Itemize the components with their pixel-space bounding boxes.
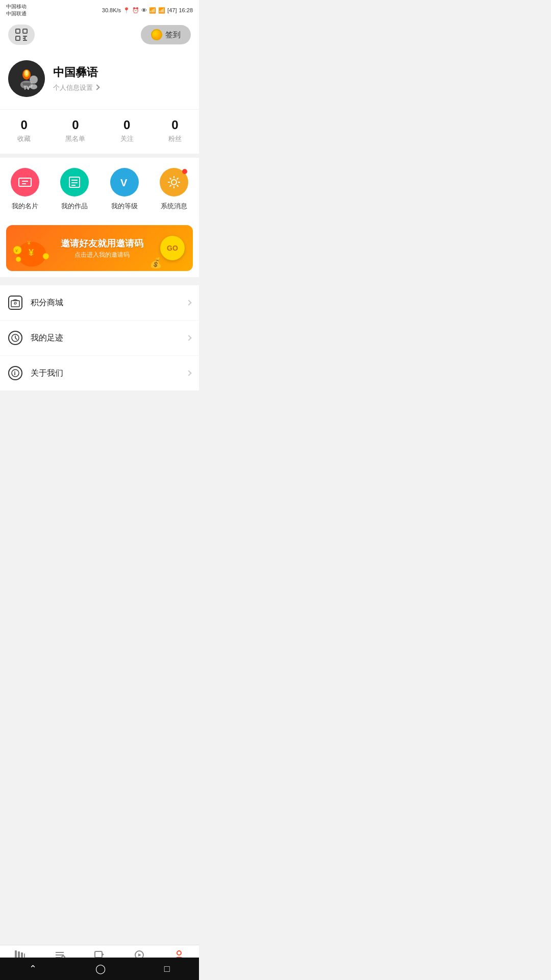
network-speed: 30.8K/s bbox=[102, 7, 121, 13]
back-button[interactable]: ⌃ bbox=[25, 959, 41, 978]
stat-item-关注[interactable]: 0 关注 bbox=[120, 118, 134, 143]
svg-text:¥: ¥ bbox=[29, 248, 34, 258]
shop-chevron-icon bbox=[186, 300, 191, 305]
shop-label: 积分商城 bbox=[31, 298, 187, 308]
svg-text:¥: ¥ bbox=[27, 240, 31, 246]
stat-number: 0 bbox=[123, 118, 130, 132]
works-icon bbox=[60, 168, 89, 197]
stats-section: 0 收藏 0 黑名单 0 关注 0 粉丝 bbox=[0, 109, 199, 154]
about-label: 关于我们 bbox=[31, 368, 187, 379]
home-button[interactable]: ◯ bbox=[91, 959, 110, 978]
footprint-menu-item[interactable]: 我的足迹 bbox=[0, 321, 199, 356]
stat-number: 0 bbox=[72, 118, 79, 132]
shop-menu-item[interactable]: 积分商城 bbox=[0, 285, 199, 321]
svg-point-41 bbox=[16, 257, 21, 262]
svg-text:¥: ¥ bbox=[15, 248, 18, 253]
carrier2: 中国联通 bbox=[6, 10, 27, 17]
recent-button[interactable]: □ bbox=[160, 960, 174, 978]
status-bar: 中国移动 中国联通 30.8K/s 📍 ⏰ 👁 📶 📶 [47] 16:28 bbox=[0, 0, 199, 19]
signal-icon: 📶 bbox=[158, 7, 165, 14]
top-bar: 签到 bbox=[0, 19, 199, 50]
android-nav: ⌃ ◯ □ bbox=[0, 958, 199, 980]
svg-point-12 bbox=[25, 70, 28, 76]
menu-item-namecard[interactable]: 我的名片 bbox=[11, 168, 39, 211]
wifi-icon: 📶 bbox=[149, 7, 156, 14]
profile-info: 中国彝语 个人信息设置 bbox=[53, 65, 191, 92]
footprint-chevron-icon bbox=[186, 335, 191, 340]
menu-item-system[interactable]: 系统消息 bbox=[160, 168, 188, 211]
system-icon bbox=[160, 168, 188, 197]
svg-marker-58 bbox=[138, 953, 141, 957]
svg-rect-50 bbox=[24, 953, 25, 958]
namecard-label: 我的名片 bbox=[12, 202, 38, 211]
go-button[interactable]: GO bbox=[160, 236, 185, 260]
settings-label: 个人信息设置 bbox=[53, 83, 93, 92]
svg-rect-0 bbox=[16, 29, 20, 33]
works-label: 我的作品 bbox=[61, 202, 88, 211]
status-right: 30.8K/s 📍 ⏰ 👁 📶 📶 [47] 16:28 bbox=[102, 7, 193, 14]
invite-banner[interactable]: ¥ ¥ ¥ 邀请好友就用邀请码 点击进入我的邀请码 GO 💰 bbox=[6, 225, 193, 271]
shop-icon bbox=[8, 296, 22, 310]
divider1 bbox=[0, 154, 199, 158]
svg-line-30 bbox=[177, 185, 179, 187]
profile-settings[interactable]: 个人信息设置 bbox=[53, 83, 191, 92]
eye-icon: 👁 bbox=[141, 7, 147, 13]
level-label: 我的等级 bbox=[111, 202, 138, 211]
svg-line-29 bbox=[170, 178, 171, 180]
menu-item-level[interactable]: V我的等级 bbox=[110, 168, 139, 211]
about-icon: i bbox=[8, 366, 22, 380]
svg-text:TV: TV bbox=[23, 85, 30, 91]
svg-point-13 bbox=[30, 76, 38, 84]
namecard-icon bbox=[11, 168, 39, 197]
chevron-right-icon bbox=[94, 84, 99, 90]
stat-number: 0 bbox=[171, 118, 178, 132]
menu-item-works[interactable]: 我的作品 bbox=[60, 168, 89, 211]
svg-point-40 bbox=[43, 253, 49, 259]
svg-rect-2 bbox=[16, 36, 20, 40]
svg-rect-55 bbox=[95, 951, 102, 958]
about-chevron-icon bbox=[186, 370, 191, 376]
stat-item-黑名单[interactable]: 0 黑名单 bbox=[65, 118, 85, 143]
svg-line-32 bbox=[177, 178, 179, 180]
checkin-label: 签到 bbox=[165, 30, 181, 40]
svg-point-43 bbox=[14, 302, 16, 304]
svg-rect-16 bbox=[19, 178, 31, 186]
battery-icon: [47] bbox=[167, 7, 177, 13]
banner-decoration-left: ¥ ¥ ¥ bbox=[6, 225, 57, 271]
about-menu-item[interactable]: i 关于我们 bbox=[0, 356, 199, 390]
stat-label: 关注 bbox=[120, 134, 134, 143]
svg-point-59 bbox=[177, 951, 181, 955]
banner-right: GO bbox=[160, 236, 185, 260]
system-badge bbox=[182, 169, 187, 174]
svg-rect-49 bbox=[21, 952, 23, 958]
banner-center: 邀请好友就用邀请码 点击进入我的邀请码 bbox=[52, 237, 152, 259]
profile-section: TV 中国彝语 个人信息设置 bbox=[0, 50, 199, 109]
stat-label: 黑名单 bbox=[65, 134, 85, 143]
footprint-label: 我的足迹 bbox=[31, 333, 187, 344]
svg-rect-1 bbox=[23, 29, 27, 33]
scan-button[interactable] bbox=[8, 24, 35, 45]
coins-decoration: 💰 bbox=[149, 257, 162, 269]
svg-line-31 bbox=[170, 185, 171, 187]
quick-menu: 我的名片我的作品V我的等级系统消息 bbox=[0, 158, 199, 219]
carrier1: 中国移动 bbox=[6, 3, 27, 10]
svg-marker-56 bbox=[102, 953, 104, 956]
svg-rect-42 bbox=[11, 301, 19, 307]
stat-item-粉丝[interactable]: 0 粉丝 bbox=[168, 118, 182, 143]
profile-name: 中国彝语 bbox=[53, 65, 191, 80]
banner-title: 邀请好友就用邀请码 bbox=[52, 237, 152, 250]
stat-label: 收藏 bbox=[17, 134, 31, 143]
banner-subtitle: 点击进入我的邀请码 bbox=[52, 251, 152, 259]
svg-point-24 bbox=[171, 180, 177, 185]
alarm-icon: ⏰ bbox=[132, 7, 139, 14]
footprint-icon bbox=[8, 331, 22, 345]
svg-point-14 bbox=[30, 84, 37, 89]
stat-label: 粉丝 bbox=[168, 134, 182, 143]
stat-number: 0 bbox=[20, 118, 27, 132]
stat-item-收藏[interactable]: 0 收藏 bbox=[17, 118, 31, 143]
coin-icon bbox=[151, 29, 162, 40]
carrier-info: 中国移动 中国联通 bbox=[6, 3, 27, 17]
svg-text:i: i bbox=[14, 370, 16, 376]
menu-list: 积分商城 我的足迹 i 关于我们 bbox=[0, 285, 199, 390]
checkin-button[interactable]: 签到 bbox=[141, 25, 191, 44]
